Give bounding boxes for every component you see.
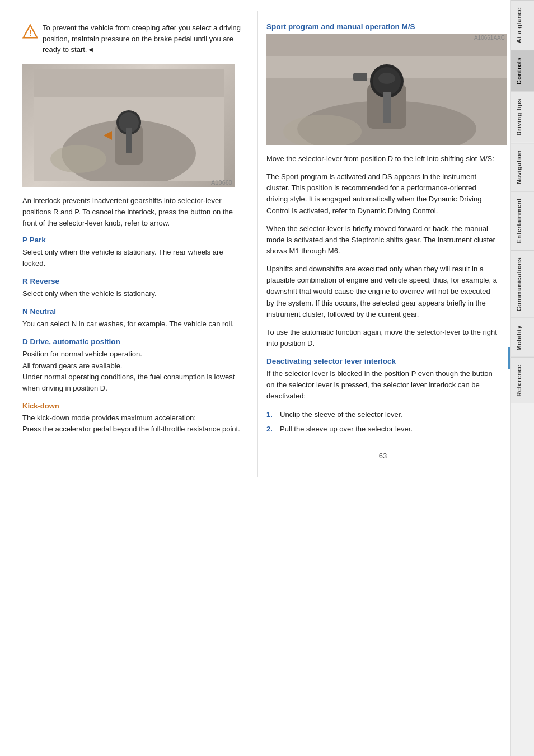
sidebar-tab-communications[interactable]: Communications: [511, 250, 534, 318]
sidebar-tab-controls[interactable]: Controls: [511, 50, 534, 91]
sidebar-tab-mobility[interactable]: Mobility: [511, 318, 534, 358]
deactivating-body: If the selector lever is blocked in the …: [266, 368, 499, 402]
svg-rect-7: [126, 128, 132, 153]
deactivating-heading: Deactivating selector lever interlock: [266, 357, 499, 365]
step-1-text: Unclip the sleeve of the selector lever.: [280, 409, 402, 420]
svg-rect-20: [266, 34, 507, 56]
warning-icon: !: [22, 24, 38, 39]
sport-image-caption: A10661AAC: [474, 35, 505, 41]
sport-body-3: When the selector-lever is briefly moved…: [266, 223, 499, 257]
sport-body-4: Upshifts and downshifts are executed onl…: [266, 264, 499, 320]
step-1: 1. Unclip the sleeve of the selector lev…: [266, 409, 499, 420]
page-number: 63: [266, 452, 499, 466]
svg-point-17: [378, 73, 395, 84]
d-drive-heading: D Drive, automatic position: [22, 337, 243, 346]
left-column: ! To prevent the vehicle from creeping a…: [0, 11, 257, 477]
n-neutral-heading: N Neutral: [22, 307, 243, 316]
sidebar: At a glance Controls Driving tips Naviga…: [510, 0, 534, 756]
kick-down-body: The kick-down mode provides maximum acce…: [22, 412, 243, 435]
car-interior-image: A10660: [22, 64, 235, 187]
r-reverse-body: Select only when the vehicle is stationa…: [22, 288, 243, 299]
p-park-body: Select only when the vehicle is stationa…: [22, 247, 243, 269]
step-2: 2. Pull the sleeve up over the selector …: [266, 424, 499, 435]
svg-rect-9: [34, 69, 224, 97]
n-neutral-body: You can select N in car washes, for exam…: [22, 318, 243, 330]
sport-body-5: To use the automatic function again, mov…: [266, 327, 499, 349]
interlock-description: An interlock prevents inadvertent gearsh…: [22, 195, 243, 229]
svg-text:!: !: [29, 29, 32, 37]
warning-box: ! To prevent the vehicle from creeping a…: [22, 22, 243, 55]
right-column: Sport program and manual operation M/S: [257, 11, 510, 477]
sidebar-tab-driving-tips[interactable]: Driving tips: [511, 91, 534, 143]
sport-heading: Sport program and manual operation M/S: [266, 22, 499, 31]
warning-text: To prevent the vehicle from creeping aft…: [43, 22, 243, 55]
r-reverse-heading: R Reverse: [22, 277, 243, 285]
svg-point-10: [50, 145, 106, 173]
step-2-num: 2.: [266, 424, 278, 435]
sidebar-tab-navigation[interactable]: Navigation: [511, 143, 534, 191]
kick-down-heading: Kick-down: [22, 402, 243, 410]
svg-rect-19: [383, 92, 391, 123]
deactivating-steps: 1. Unclip the sleeve of the selector lev…: [266, 409, 499, 435]
image-caption-left: A10660: [211, 179, 232, 186]
sport-gear-image: A10661AAC: [266, 34, 507, 145]
sidebar-tab-entertainment[interactable]: Entertainment: [511, 191, 534, 250]
sport-heading-text: Sport program and manual operation M/S: [266, 22, 415, 31]
p-park-heading: P Park: [22, 236, 243, 244]
svg-rect-18: [353, 73, 367, 81]
sport-body-2: The Sport program is activated and DS ap…: [266, 171, 499, 217]
sport-body-1: Move the selector-lever from position D …: [266, 153, 499, 165]
d-drive-body: Position for normal vehicle operation.Al…: [22, 349, 243, 394]
sidebar-tab-at-a-glance[interactable]: At a glance: [511, 0, 534, 50]
sidebar-tab-reference[interactable]: Reference: [511, 357, 534, 403]
step-2-text: Pull the sleeve up over the selector lev…: [280, 424, 413, 435]
step-1-num: 1.: [266, 409, 278, 420]
